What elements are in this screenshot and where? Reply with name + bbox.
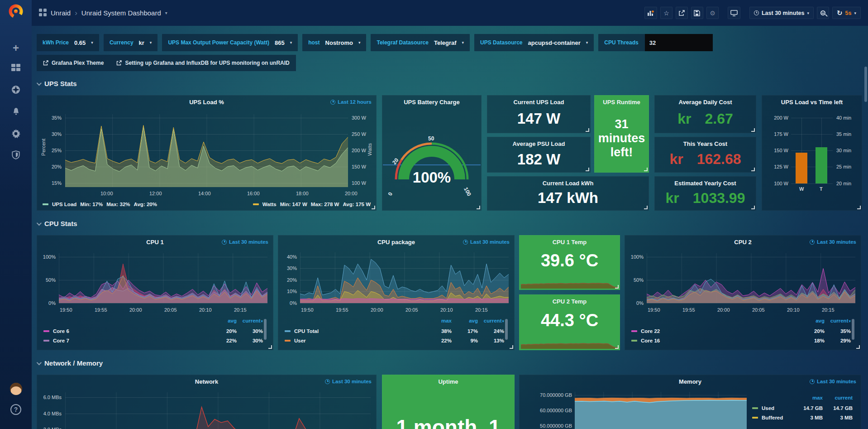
explore-compass-icon[interactable] xyxy=(0,84,32,94)
chart-legend-table: avgcurrent Core 2220%35% Core 1618%29% xyxy=(631,318,851,345)
server-admin-shield-icon[interactable] xyxy=(0,149,32,159)
bar-column-t[interactable] xyxy=(816,118,827,183)
legend-series-name[interactable]: Watts xyxy=(262,202,277,207)
legend-row: Used14.7 GB14.7 GB xyxy=(752,403,853,413)
time-range-label: Last 30 minutes xyxy=(762,10,804,16)
variable-ups-datasource[interactable]: UPS Datasourceapcupsd-container▾ xyxy=(474,34,594,51)
panel-title[interactable]: UPS Battery Charge xyxy=(382,99,481,106)
time-range-badge[interactable]: Last 30 minutes xyxy=(810,379,856,384)
breadcrumb-root[interactable]: Unraid xyxy=(51,9,71,17)
configuration-gear-icon[interactable] xyxy=(0,128,32,138)
breadcrumb-page-title[interactable]: Unraid System Dashboard xyxy=(81,9,161,17)
dashboard-variables-row: kWh Price0.65▾ Currencykr▾ UPS Max Outpu… xyxy=(37,34,713,51)
legend-row: Core 722%30% xyxy=(43,336,263,345)
panel-title[interactable]: CPU 2 Temp xyxy=(520,298,620,305)
chart-legend-table: avgcurrent Core 620%30% Core 722%30% xyxy=(43,318,263,345)
section-cpu-stats[interactable]: CPU Stats xyxy=(37,220,77,227)
panel-title[interactable]: Average Daily Cost xyxy=(655,99,756,106)
panel-current-load-kwh: Current Load kWh 147 kWh xyxy=(487,176,649,211)
cpu1-chart[interactable] xyxy=(59,253,267,303)
panel-title[interactable]: UPS Runtime xyxy=(595,99,649,106)
star-dashboard-button[interactable]: ☆ xyxy=(660,7,672,19)
page-scrollbar[interactable] xyxy=(864,67,867,102)
section-network-memory[interactable]: Network / Memory xyxy=(37,359,103,367)
refresh-picker[interactable]: ↻ 5s ▾ xyxy=(832,7,861,19)
panel-ups-load-vs-time-left: UPS Load vs Time left 200 W 175 W 150 W … xyxy=(762,95,862,211)
gauge-value: 100% xyxy=(382,169,481,186)
apps-grid-icon[interactable] xyxy=(39,9,47,18)
time-range-badge[interactable]: Last 12 hours xyxy=(330,99,372,105)
chevron-down-icon xyxy=(37,220,42,225)
section-ups-stats[interactable]: UPS Stats xyxy=(37,80,77,87)
cpu-package-chart[interactable] xyxy=(300,252,509,303)
variable-ups-max-output[interactable]: UPS Max Output Power Capacity (Watt)865▾ xyxy=(162,34,298,51)
user-avatar[interactable] xyxy=(0,383,32,397)
legend-scrollbar[interactable] xyxy=(264,319,267,340)
panel-title[interactable]: Average PSU Load xyxy=(487,140,590,147)
breadcrumb-separator-icon: › xyxy=(75,9,77,18)
time-range-badge[interactable]: Last 30 minutes xyxy=(222,239,268,245)
dashboards-icon[interactable] xyxy=(0,63,32,72)
panel-average-daily-cost: Average Daily Cost kr2.67 xyxy=(654,95,756,133)
variable-kwh-price[interactable]: kWh Price0.65▾ xyxy=(37,34,99,51)
create-plus-icon[interactable]: + xyxy=(0,42,32,54)
legend-scrollbar[interactable] xyxy=(505,319,508,340)
link-grafana-plex-theme[interactable]: Grafana Plex Theme xyxy=(37,55,110,71)
legend-row: Buffered3 MB3 MB xyxy=(752,413,853,422)
legend-row: Core 1618%29% xyxy=(631,336,851,345)
panel-title[interactable]: Current Load kWh xyxy=(487,180,649,187)
variable-telegraf-datasource[interactable]: Telegraf DatasourceTelegraf▾ xyxy=(371,34,470,51)
dashboard-settings-button[interactable]: ⚙ xyxy=(706,7,719,19)
cpu-threads-input[interactable] xyxy=(645,34,713,51)
memory-chart[interactable] xyxy=(575,392,747,429)
cycle-view-mode-button[interactable] xyxy=(728,7,740,19)
cpu2-chart[interactable] xyxy=(647,253,855,303)
panel-title[interactable]: CPU 1 Temp xyxy=(520,239,620,246)
clock-icon xyxy=(754,10,759,15)
time-range-picker[interactable]: Last 30 minutes ▾ xyxy=(749,7,814,19)
stat-value: 147 W xyxy=(487,107,590,130)
alerting-bell-icon[interactable] xyxy=(0,106,32,116)
legend-series-name[interactable]: UPS Load xyxy=(52,202,76,207)
variable-host[interactable]: hostNostromo▾ xyxy=(302,34,366,51)
panel-memory: Memory Last 30 minutes 70.000000 GB 60.0… xyxy=(519,375,861,429)
external-link-icon xyxy=(116,60,122,66)
dashboard-dropdown-caret-icon[interactable]: ▾ xyxy=(165,10,167,15)
panel-network: Network Last 30 minutes 6.0 MBs 4.0 MBs … xyxy=(37,375,377,429)
legend-scrollbar[interactable] xyxy=(852,319,854,340)
stat-value: kr162.68 xyxy=(669,151,741,168)
panel-title[interactable]: Estimated Yearly Cost xyxy=(655,180,756,187)
save-dashboard-button[interactable] xyxy=(691,7,703,19)
panel-title[interactable]: Uptime xyxy=(382,378,514,385)
time-range-badge[interactable]: Last 30 minutes xyxy=(463,239,510,245)
legend-row: Core 2220%35% xyxy=(631,326,851,336)
legend-row: CPU Total38%17%24% xyxy=(285,326,504,336)
temp-sparkline xyxy=(521,271,618,289)
network-chart[interactable] xyxy=(65,392,371,429)
star-icon: ☆ xyxy=(663,10,669,17)
add-panel-button[interactable] xyxy=(644,7,657,19)
panel-estimated-yearly-cost: Estimated Yearly Cost kr1033.99 xyxy=(654,176,756,211)
zoom-out-time-button[interactable] xyxy=(817,7,829,19)
panel-title[interactable]: This Years Cost xyxy=(655,140,756,147)
refresh-icon: ↻ xyxy=(837,9,843,17)
panel-title[interactable]: UPS Load % xyxy=(37,99,376,106)
panel-title[interactable]: Current UPS Load xyxy=(487,99,590,106)
time-range-badge[interactable]: Last 30 minutes xyxy=(810,239,856,245)
share-dashboard-button[interactable] xyxy=(676,7,688,19)
link-ups-monitoring-guide[interactable]: Setting up Grafana and InfluxDB for UPS … xyxy=(110,55,296,71)
grafana-logo-icon[interactable] xyxy=(0,4,32,19)
bar-column-w[interactable] xyxy=(796,118,807,183)
y-axis-right-label: Watts xyxy=(367,143,372,156)
time-range-badge[interactable]: Last 30 minutes xyxy=(325,379,372,384)
chart-legend-table: maxcurrent Used14.7 GB14.7 GB Buffered3 … xyxy=(752,395,853,422)
stat-value: 147 kWh xyxy=(487,188,649,207)
panel-title[interactable]: UPS Load vs Time left xyxy=(762,99,862,106)
help-icon[interactable]: ? xyxy=(0,404,32,415)
variable-currency[interactable]: Currencykr▾ xyxy=(104,34,158,51)
panel-uptime: Uptime 1 month, 1 xyxy=(382,375,515,429)
chart-legend-table: maxavgcurrent CPU Total38%17%24% User22%… xyxy=(285,318,504,345)
ups-load-chart[interactable] xyxy=(65,114,348,187)
panel-average-psu-load: Average PSU Load 182 W xyxy=(487,137,591,173)
variable-cpu-threads: CPU Threads xyxy=(598,34,712,51)
